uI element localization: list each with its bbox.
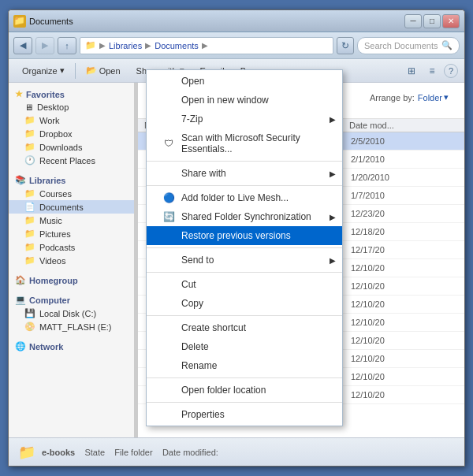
context-menu-item[interactable]: 7-Zip▶ [147,110,342,128]
path-libraries: Libraries [109,41,142,50]
sidebar-item-local-disk[interactable]: 💾 Local Disk (C:) [9,307,134,320]
context-menu-item[interactable]: Delete [147,337,342,356]
back-button[interactable]: ◀ [13,37,32,54]
context-menu-item[interactable]: Cut [147,275,342,294]
computer-label: Computer [29,296,70,305]
context-menu-item[interactable]: Open in new window [147,91,342,110]
podcasts-icon: 📁 [24,242,35,252]
up-button[interactable]: ↑ [58,37,76,54]
status-folder-icon: 📁 [18,444,35,461]
recent-icon: 🕐 [24,155,35,165]
sidebar-item-music[interactable]: 📁 Music [9,214,134,227]
pictures-icon: 📁 [24,229,35,239]
ctx-item-arrow-icon: ▶ [330,213,336,221]
sidebar-item-flash-drive[interactable]: 📀 MATT_FLASH (E:) [9,320,134,333]
sidebar-item-courses[interactable]: 📁 Courses [9,187,134,200]
computer-section[interactable]: 💻 Computer [9,292,134,307]
homegroup-label: Homegroup [29,276,78,285]
help-button[interactable]: ? [444,64,458,78]
homegroup-section[interactable]: 🏠 Homegroup [9,272,134,287]
context-menu-item[interactable]: Rename [147,356,342,375]
context-menu: OpenOpen in new window7-Zip▶🛡Scan with M… [146,69,343,426]
status-file-name: e-books [42,448,75,457]
ctx-item-label: Send to [181,255,214,266]
ctx-item-label: Open in new window [181,95,269,106]
favorites-section[interactable]: ★ Favorites [9,86,134,101]
context-menu-item[interactable]: Properties [147,405,342,424]
minimize-button[interactable]: ─ [404,14,422,28]
address-path[interactable]: 📁 ▶ Libraries ▶ Documents ▶ [80,37,333,54]
context-menu-item[interactable]: Restore previous versions [147,226,342,245]
sidebar-item-pictures[interactable]: 📁 Pictures [9,227,134,240]
ctx-item-label: Open folder location [181,385,266,396]
ctx-item-label: Open [181,76,204,87]
context-menu-item[interactable]: Open folder location [147,381,342,400]
view-list-button[interactable]: ≡ [423,62,441,80]
file-date: 12/10/20 [351,354,458,363]
forward-button[interactable]: ▶ [35,37,54,54]
organize-button[interactable]: Organize ▾ [15,61,72,80]
context-menu-item[interactable]: Create shortcut [147,318,342,337]
maximize-button[interactable]: □ [423,14,441,28]
context-menu-item[interactable]: 🛡Scan with Microsoft Security Essentials… [147,128,342,158]
context-menu-item[interactable]: Open [147,72,342,91]
downloads-icon: 📁 [24,142,35,152]
computer-icon: 💻 [15,295,26,305]
sidebar: ★ Favorites 🖥 Desktop 📁 Work 📁 Dropbox 📁… [9,83,135,437]
music-icon: 📁 [24,215,35,225]
sidebar-item-dropbox[interactable]: 📁 Dropbox [9,127,134,140]
sidebar-item-downloads[interactable]: 📁 Downloads [9,140,134,154]
file-date: 12/10/20 [351,299,458,309]
window-title: Documents [29,17,73,26]
context-menu-item[interactable]: 🔵Add folder to Live Mesh... [147,188,342,207]
context-menu-separator [147,185,342,186]
open-button[interactable]: 📂 Open [79,61,128,80]
sidebar-item-documents[interactable]: 📄 Documents [9,200,134,214]
ctx-item-label: Rename [181,360,217,371]
address-bar: ◀ ▶ ↑ 📁 ▶ Libraries ▶ Documents ▶ ↻ Sear… [9,32,464,59]
ctx-item-icon: 🔄 [162,211,175,222]
status-state-label: State [84,448,105,457]
file-date: 12/10/20 [351,336,458,345]
view-options-button[interactable]: ⊞ [403,62,420,80]
homegroup-icon: 🏠 [15,275,26,285]
sidebar-item-recent[interactable]: 🕐 Recent Places [9,154,134,167]
ctx-item-label: Delete [181,341,209,352]
status-bar: 📁 e-books State File folder Date modifie… [9,437,464,466]
context-menu-item[interactable]: Copy [147,294,342,313]
sidebar-item-work[interactable]: 📁 Work [9,113,134,127]
window-icon: 📁 [13,15,26,28]
sidebar-item-desktop[interactable]: 🖥 Desktop [9,101,134,113]
ctx-item-arrow-icon: ▶ [330,115,336,124]
refresh-button[interactable]: ↻ [337,37,354,54]
title-controls: ─ □ ✕ [404,14,460,28]
libraries-section[interactable]: 📚 Libraries [9,172,134,187]
ctx-item-icon: 🛡 [162,138,175,149]
network-section[interactable]: 🌐 Network [9,338,134,353]
ctx-item-arrow-icon: ▶ [330,169,336,178]
title-bar-left: 📁 Documents [13,15,73,28]
path-icon: 📁 [85,40,96,50]
work-icon: 📁 [24,115,35,125]
close-button[interactable]: ✕ [442,14,460,28]
col-date-header: Date mod... [349,121,458,130]
context-menu-separator [147,402,342,403]
path-documents: Documents [155,41,199,50]
documents-label: Documents [39,203,84,212]
courses-label: Courses [39,189,72,199]
search-box[interactable]: Search Documents 🔍 [357,37,460,54]
sidebar-item-videos[interactable]: 📁 Videos [9,254,134,267]
file-date: 12/10/20 [351,390,458,400]
sidebar-item-podcasts[interactable]: 📁 Podcasts [9,240,134,254]
context-menu-item[interactable]: 🔄Shared Folder Synchronization▶ [147,207,342,226]
network-icon: 🌐 [15,341,26,351]
arrange-value[interactable]: Folder ▾ [418,92,449,102]
context-menu-item[interactable]: Send to▶ [147,251,342,270]
ctx-item-label: Add folder to Live Mesh... [181,192,289,203]
context-menu-item[interactable]: Share with▶ [147,164,342,183]
ctx-item-label: 7-Zip [181,113,203,125]
flash-drive-icon: 📀 [24,322,35,332]
work-label: Work [39,116,59,125]
context-menu-separator [147,161,342,162]
title-bar: 📁 Documents ─ □ ✕ [9,10,464,32]
